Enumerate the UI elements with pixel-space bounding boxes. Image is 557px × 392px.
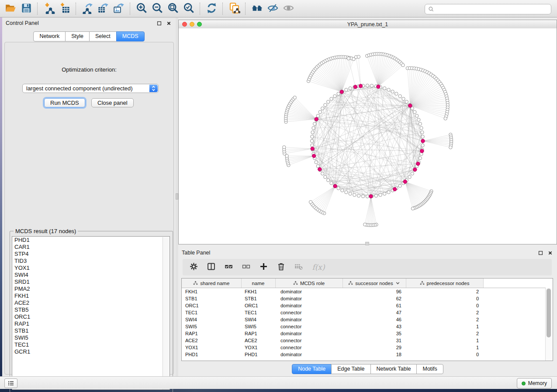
column-header-shared-name[interactable]: shared name — [182, 279, 241, 288]
toolbar-separator — [130, 3, 131, 15]
float-panel-icon[interactable] — [156, 20, 163, 27]
column-header-successor-nodes[interactable]: successor nodes — [343, 279, 406, 288]
cell: ORC1 — [182, 302, 241, 309]
apply-layout-button[interactable] — [204, 1, 219, 16]
dropdown-stepper-icon — [149, 85, 158, 92]
tab-style[interactable]: Style — [65, 31, 90, 41]
cell: 2 — [406, 330, 483, 337]
zoom-in-button[interactable] — [134, 1, 149, 16]
new-network-from-selection-button[interactable] — [227, 1, 242, 16]
delete-table-icon — [294, 262, 303, 272]
deselect-all-button[interactable] — [240, 261, 252, 273]
cell: RAP1 — [241, 330, 275, 337]
mcds-result-item[interactable]: GCR1 — [12, 348, 170, 355]
minimize-window-icon[interactable] — [190, 22, 194, 27]
tab-select[interactable]: Select — [89, 31, 117, 41]
table-row[interactable]: YOX1YOX1connector291 — [182, 344, 546, 351]
delete-column-button[interactable] — [275, 261, 287, 273]
table-options-button[interactable] — [188, 261, 199, 273]
table-header-row[interactable]: shared namenameMCDS rolesuccessor nodesp… — [182, 279, 546, 288]
zoom-out-button[interactable] — [150, 1, 165, 16]
import-network-icon — [43, 2, 55, 15]
mcds-result-item[interactable]: ACE2 — [12, 299, 170, 306]
save-session-button[interactable] — [19, 1, 34, 16]
mcds-result-item[interactable]: PHD1 — [12, 237, 170, 244]
maximize-window-icon[interactable] — [197, 22, 202, 27]
zoom-out-icon — [152, 2, 163, 15]
hide-graphics-details-button[interactable] — [265, 1, 280, 16]
mcds-result-item[interactable]: SRD1 — [12, 279, 170, 285]
mcds-result-item[interactable]: ORC1 — [12, 313, 170, 320]
close-table-panel-icon[interactable] — [547, 249, 554, 256]
mcds-result-item[interactable]: STB5 — [12, 306, 170, 313]
export-network-icon — [82, 2, 93, 15]
table-scrollbar[interactable] — [545, 288, 552, 361]
close-panel-button[interactable]: Close panel — [91, 98, 134, 107]
import-network-button[interactable] — [42, 1, 56, 16]
search-input[interactable] — [436, 5, 551, 14]
table-row[interactable]: ORC1ORC1dominator610 — [182, 302, 546, 309]
export-table-button[interactable] — [96, 1, 111, 16]
cell: 0 — [406, 302, 483, 309]
houses-button[interactable] — [249, 1, 264, 16]
horizontal-splitter-grip[interactable] — [365, 242, 369, 245]
mcds-result-item[interactable]: RAP1 — [12, 320, 170, 327]
mcds-result-item[interactable]: FKH1 — [12, 292, 170, 299]
memory-button[interactable]: Memory — [517, 378, 552, 389]
tab-edge-table[interactable]: Edge Table — [331, 364, 370, 374]
mcds-list-scrollbar[interactable] — [163, 237, 169, 390]
tab-network[interactable]: Network — [33, 31, 66, 41]
select-all-button[interactable] — [223, 261, 234, 273]
mcds-result-item[interactable]: SWI4 — [12, 272, 170, 279]
mcds-result-item[interactable]: TEC1 — [12, 341, 170, 348]
column-header-name[interactable]: name — [241, 279, 275, 288]
column-label: shared name — [200, 281, 229, 286]
tab-network-table[interactable]: Network Table — [370, 364, 417, 374]
table-row[interactable]: FKH1FKH1dominator962 — [182, 288, 546, 296]
zoom-fit-button[interactable] — [166, 1, 180, 16]
network-canvas[interactable] — [179, 28, 557, 244]
run-mcds-button[interactable]: Run MCDS — [44, 98, 85, 107]
table-row[interactable]: RAP1RAP1dominator352 — [182, 330, 546, 337]
close-panel-icon[interactable] — [165, 20, 172, 27]
cell: SWI4 — [241, 316, 275, 323]
import-table-button[interactable] — [57, 1, 72, 16]
application-window: Control Panel NetworkStyleSelectMCDS Opt… — [0, 0, 557, 392]
table-row[interactable]: SWI4SWI4dominator462 — [182, 316, 546, 323]
mcds-result-item[interactable]: SWI5 — [12, 334, 170, 341]
cell: PHD1 — [182, 351, 241, 358]
zoom-selected-button[interactable] — [181, 1, 196, 16]
tab-node-table[interactable]: Node Table — [292, 364, 332, 374]
table-row[interactable]: ACE2ACE2connector311 — [182, 337, 546, 344]
column-header-MCDS-role[interactable]: MCDS role — [275, 279, 343, 288]
show-columns-button[interactable] — [205, 261, 217, 273]
network-window-titlebar[interactable]: YPA_prune.txt_1 — [179, 20, 557, 29]
table-row[interactable]: PHD1PHD1dominator180 — [182, 351, 546, 358]
mcds-result-item[interactable]: CAR1 — [12, 244, 170, 251]
mcds-result-item[interactable]: STB1 — [12, 327, 170, 334]
mcds-result-item[interactable]: YOX1 — [12, 265, 170, 272]
mcds-result-list[interactable]: PHD1CAR1STP4TID3YOX1SWI4SRD1PMA2FKH1ACE2… — [12, 236, 170, 390]
task-history-button[interactable] — [4, 378, 17, 388]
table-row[interactable]: TEC1TEC1connector472 — [182, 309, 546, 316]
export-image-button[interactable] — [111, 1, 126, 16]
mcds-result-item[interactable]: STP4 — [12, 251, 170, 258]
cell: 1 — [406, 337, 483, 344]
column-header-predecessor-nodes[interactable]: predecessor nodes — [406, 279, 483, 288]
mcds-result-item[interactable]: PMA2 — [12, 285, 170, 292]
table-scrollbar-thumb[interactable] — [547, 289, 551, 337]
cell: 2 — [406, 316, 483, 323]
close-window-icon[interactable] — [182, 22, 187, 27]
float-table-panel-icon[interactable] — [537, 249, 544, 256]
table-row[interactable]: STB1STB1dominator620 — [182, 295, 546, 302]
mcds-result-item[interactable]: TID3 — [12, 258, 170, 265]
create-column-button[interactable] — [258, 261, 269, 273]
cell: connector — [275, 337, 343, 344]
export-network-button[interactable] — [80, 1, 95, 16]
criterion-dropdown[interactable]: largest connected component (undirected) — [22, 84, 159, 93]
tab-mcds[interactable]: MCDS — [116, 31, 145, 41]
open-file-button[interactable] — [3, 1, 18, 16]
tab-motifs[interactable]: Motifs — [416, 364, 443, 374]
table-row[interactable]: SWI5SWI5connector431 — [182, 323, 546, 330]
select-all-icon — [224, 262, 233, 272]
